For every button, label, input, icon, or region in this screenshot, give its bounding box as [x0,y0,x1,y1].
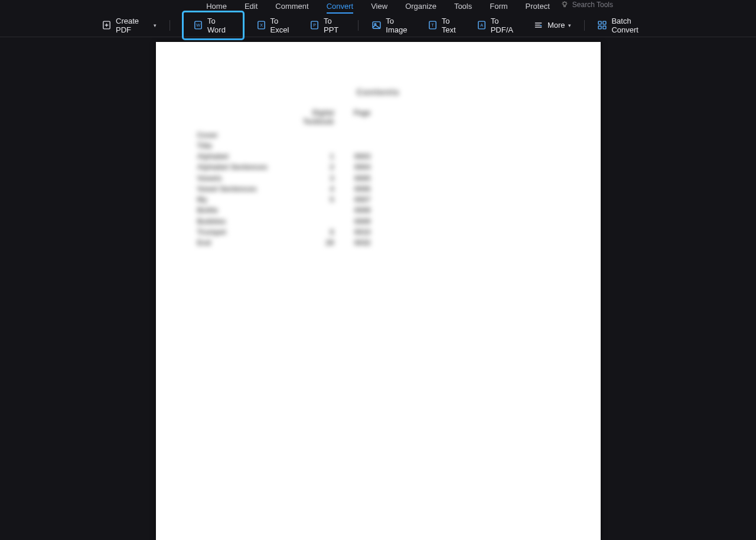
blurred-document-content: Contents Digital Textbook Page CoverTitl… [197,86,559,248]
doc-row: End290032 [197,238,559,248]
document-workspace[interactable]: Contents Digital Textbook Page CoverTitl… [0,37,756,540]
to-excel-button[interactable]: X To Excel [249,14,302,37]
svg-text:P: P [313,23,316,28]
menu-view[interactable]: View [371,2,387,14]
doc-row: Vowel Sentences40006 [197,184,559,194]
svg-text:T: T [431,23,434,28]
doc-title: Contents [197,86,559,98]
menu-home[interactable]: Home [206,2,227,14]
create-pdf-icon [102,20,112,30]
ppt-icon: P [309,20,320,30]
menu-organize[interactable]: Organize [405,2,436,14]
separator [584,20,585,31]
to-image-label: To Image [386,17,413,34]
menu-comment[interactable]: Comment [275,2,308,14]
doc-row: Bottle0008 [197,206,559,215]
doc-row: Bubbles0009 [197,217,559,226]
search-tools-label: Search Tools [572,1,613,9]
svg-rect-17 [603,26,606,29]
to-image-button[interactable]: To Image [364,14,420,37]
svg-text:A: A [480,23,483,28]
text-icon: T [428,20,438,30]
doc-row: Title [197,141,559,151]
create-pdf-button[interactable]: Create PDF ▾ [94,14,164,37]
doc-row: My50007 [197,195,559,204]
doc-header-row: Digital Textbook Page [197,109,559,127]
image-icon [372,20,382,30]
main-menu-bar: Home Edit Comment Convert View Organize … [0,0,756,14]
doc-row: Alphabet10003 [197,152,559,161]
convert-toolbar: Create PDF ▾ W To Word X To Excel P To P… [0,14,756,37]
menu-protect[interactable]: Protect [526,2,550,14]
svg-text:X: X [260,23,263,28]
batch-convert-button[interactable]: Batch Convert [590,14,662,37]
separator [170,20,170,31]
svg-point-0 [563,2,566,5]
svg-rect-14 [599,21,602,24]
excel-icon: X [256,20,266,30]
doc-row: Trumpet60010 [197,227,559,237]
separator [358,20,359,31]
svg-text:W: W [196,23,200,28]
doc-row: Vowels30005 [197,174,559,183]
doc-header-c3: Page [341,109,371,127]
create-pdf-label: Create PDF [116,17,151,34]
chevron-down-icon: ▾ [154,22,157,28]
to-word-button[interactable]: W To Word [182,11,245,40]
menu-edit[interactable]: Edit [245,2,258,14]
menu-items: Home Edit Comment Convert View Organize … [206,2,550,14]
to-pdfa-button[interactable]: A To PDF/A [470,14,526,37]
chevron-down-icon: ▾ [568,22,571,28]
to-ppt-label: To PPT [324,17,345,34]
menu-tools[interactable]: Tools [454,2,472,14]
search-tools[interactable]: Search Tools [561,1,613,9]
doc-rows: CoverTitleAlphabet10003Alphabet Sentence… [197,131,559,248]
to-ppt-button[interactable]: P To PPT [302,14,352,37]
svg-rect-16 [599,26,602,29]
doc-row: Alphabet Sentences20004 [197,162,559,172]
doc-header-c1 [197,109,280,127]
to-text-button[interactable]: T To Text [421,14,470,37]
menu-convert[interactable]: Convert [327,2,354,14]
more-label: More [548,21,565,30]
batch-icon [597,20,607,30]
doc-row: Cover [197,131,559,140]
more-button[interactable]: More ▾ [526,17,578,33]
svg-rect-15 [603,21,606,24]
to-text-label: To Text [442,17,462,34]
to-excel-label: To Excel [271,17,295,34]
word-icon: W [193,20,203,30]
to-pdfa-label: To PDF/A [491,17,519,34]
batch-convert-label: Batch Convert [611,17,654,34]
doc-header-c2: Digital Textbook [287,109,334,127]
pdf-page: Contents Digital Textbook Page CoverTitl… [156,42,601,540]
more-icon [533,20,543,30]
to-word-label: To Word [207,17,232,34]
lightbulb-icon [561,1,569,9]
menu-form[interactable]: Form [490,2,507,14]
pdfa-icon: A [477,20,487,30]
